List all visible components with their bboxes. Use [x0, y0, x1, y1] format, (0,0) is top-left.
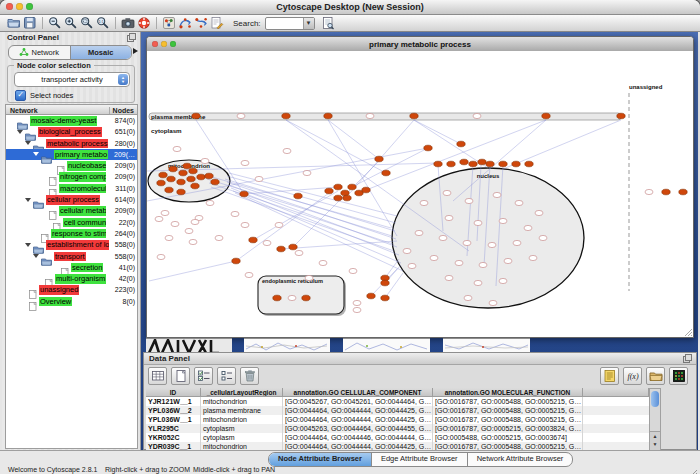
edit-network-icon[interactable]: [193, 16, 209, 31]
column-header[interactable]: ID: [146, 388, 201, 397]
snapshot-icon[interactable]: [120, 16, 136, 31]
network-node[interactable]: [542, 113, 550, 119]
network-node[interactable]: [277, 246, 285, 252]
network-node[interactable]: [187, 176, 195, 182]
network-node[interactable]: [192, 113, 200, 119]
list-attributes-icon[interactable]: [217, 367, 236, 385]
network-node-unselected[interactable]: [319, 260, 327, 265]
zoom-fit-icon[interactable]: 1:1: [95, 16, 111, 31]
network-node[interactable]: [381, 295, 389, 301]
network-node-unselected[interactable]: [455, 260, 463, 265]
vizmapper-icon[interactable]: [161, 16, 177, 31]
network-node[interactable]: [525, 161, 533, 167]
network-node-unselected[interactable]: [463, 240, 471, 245]
tree-row[interactable]: response to stimulu264(0): [6, 228, 137, 239]
network-node-unselected[interactable]: [504, 258, 512, 263]
float-panel-icon[interactable]: [683, 354, 692, 363]
network-node-unselected[interactable]: [513, 240, 521, 245]
table-row[interactable]: YKR052Ccytoplasm[GO:0044464, GO:0044446,…: [146, 433, 649, 442]
network-node-unselected[interactable]: [303, 170, 311, 175]
network-node-unselected[interactable]: [185, 228, 193, 233]
column-header[interactable]: annotation.GO CELLULAR_COMPONENT: [283, 388, 433, 397]
network-node[interactable]: [191, 183, 199, 189]
network-node-unselected[interactable]: [445, 215, 453, 220]
network-node-unselected[interactable]: [241, 160, 249, 165]
zoom-out-icon[interactable]: [47, 16, 63, 31]
select-attributes-icon[interactable]: [194, 367, 213, 385]
network-node-unselected[interactable]: [539, 235, 547, 240]
network-node[interactable]: [157, 180, 165, 186]
disclosure-triangle-icon[interactable]: [17, 130, 23, 134]
network-node-unselected[interactable]: [488, 242, 496, 247]
network-node-unselected[interactable]: [295, 250, 303, 255]
network-node[interactable]: [434, 161, 442, 167]
attribute-list-icon[interactable]: [600, 367, 619, 385]
network-node-unselected[interactable]: [489, 300, 497, 305]
network-node[interactable]: [169, 166, 177, 172]
network-node-unselected[interactable]: [189, 239, 197, 244]
network-node[interactable]: [460, 159, 468, 165]
network-node[interactable]: [662, 189, 670, 195]
disclosure-triangle-icon[interactable]: [33, 254, 39, 258]
disclosure-triangle-icon[interactable]: [25, 243, 31, 247]
scrollbar-thumb[interactable]: [651, 391, 659, 407]
network-node[interactable]: [348, 184, 356, 190]
tree-row[interactable]: cell communicat22(0): [6, 217, 137, 228]
scrollbar-arrows[interactable]: ▲▼: [650, 431, 660, 450]
network-node-unselected[interactable]: [465, 198, 473, 203]
network-node[interactable]: [205, 173, 213, 179]
network-node-unselected[interactable]: [524, 225, 532, 230]
network-node-unselected[interactable]: [353, 307, 361, 312]
new-attribute-icon[interactable]: [171, 367, 190, 385]
network-node[interactable]: [343, 195, 351, 201]
help-ring-icon[interactable]: [136, 16, 152, 31]
network-node[interactable]: [302, 295, 310, 301]
layout-network-icon[interactable]: [177, 16, 193, 31]
table-scrollbar[interactable]: ▲▼: [649, 388, 661, 451]
network-node[interactable]: [159, 172, 167, 178]
network-node-unselected[interactable]: [283, 148, 291, 153]
network-node[interactable]: [381, 280, 389, 286]
network-node-unselected[interactable]: [515, 200, 523, 205]
tab-mosaic[interactable]: Mosaic: [70, 46, 132, 59]
disclosure-triangle-icon[interactable]: [25, 198, 31, 202]
tab-node-attribute-browser[interactable]: Node Attribute Browser: [269, 453, 371, 466]
network-node-unselected[interactable]: [474, 220, 482, 225]
network-node-unselected[interactable]: [349, 268, 357, 273]
network-node[interactable]: [499, 161, 507, 167]
network-node-unselected[interactable]: [415, 230, 423, 235]
network-node[interactable]: [165, 187, 173, 193]
network-window-titlebar[interactable]: primary metabolic process: [147, 37, 693, 52]
search-input[interactable]: ▼: [265, 17, 315, 30]
network-node-unselected[interactable]: [366, 113, 374, 118]
network-node[interactable]: [211, 179, 219, 185]
network-node[interactable]: [189, 168, 197, 174]
network-node[interactable]: [334, 195, 342, 201]
nucleus-region[interactable]: [392, 168, 584, 308]
network-node[interactable]: [679, 189, 687, 195]
network-node-unselected[interactable]: [403, 248, 411, 253]
disclosure-triangle-icon[interactable]: [33, 152, 39, 156]
tree-row[interactable]: Overview8(0): [6, 296, 137, 307]
select-nodes-checkbox[interactable]: ✓: [15, 90, 26, 101]
background-window-logo[interactable]: [146, 338, 232, 352]
tree-row[interactable]: transport558(0): [6, 251, 137, 262]
tab-edge-attribute-browser[interactable]: Edge Attribute Browser: [371, 453, 467, 466]
network-node[interactable]: [478, 159, 486, 165]
network-node[interactable]: [375, 156, 383, 162]
import-attributes-icon[interactable]: [646, 367, 665, 385]
network-node-unselected[interactable]: [237, 113, 245, 118]
network-node-unselected[interactable]: [245, 272, 253, 277]
resize-grip-icon[interactable]: [689, 464, 698, 473]
network-node-unselected[interactable]: [161, 210, 169, 215]
network-canvas[interactable]: plasma membranecytoplasmmitochondrionnuc…: [147, 51, 693, 337]
network-node-unselected[interactable]: [215, 235, 223, 240]
network-node[interactable]: [167, 176, 175, 182]
network-node-unselected[interactable]: [535, 210, 543, 215]
network-node-unselected[interactable]: [173, 146, 181, 151]
tree-row[interactable]: primary metabo209(…: [6, 149, 137, 160]
column-header[interactable]: annotation.GO MOLECULAR_FUNCTION: [433, 388, 583, 397]
table-row[interactable]: YPL036W__1mitochondrion[GO:0044464, GO:0…: [146, 415, 649, 424]
background-window-fragment[interactable]: [443, 338, 530, 352]
network-node-unselected[interactable]: [408, 263, 416, 268]
